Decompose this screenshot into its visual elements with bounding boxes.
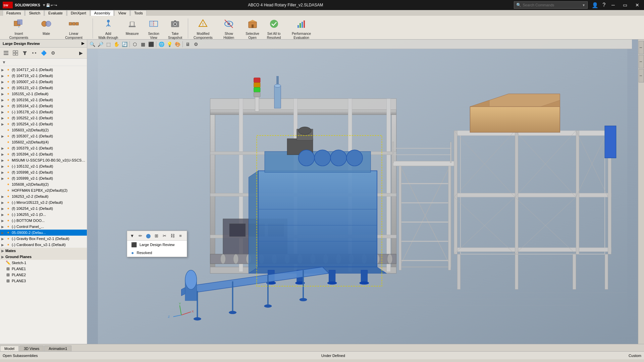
vp-render[interactable]: 🎨 xyxy=(174,41,181,48)
tab-sketch[interactable]: Sketch xyxy=(25,10,44,16)
take-snapshot-button[interactable]: TakeSnapshot xyxy=(165,17,185,40)
ctx-link[interactable]: ⛓ xyxy=(169,232,176,239)
svg-point-176 xyxy=(274,84,281,87)
panel-tool-filter[interactable] xyxy=(21,49,29,57)
vp-fullscreen[interactable]: 🖥 xyxy=(184,41,192,48)
tree-item-105123[interactable]: ▶ 🔸 (f) 105123_v2-1 (Default) xyxy=(0,85,87,91)
ctx-cut[interactable]: ✂ xyxy=(161,232,168,239)
vp-view-orientation[interactable]: 🌐 xyxy=(158,41,165,48)
measure-button[interactable]: Measure xyxy=(122,17,142,40)
ctx-resolved[interactable]: ● Resolved xyxy=(127,249,187,257)
tree-item-105999[interactable]: ▶ 🔸 (f) 105999_v2-1 (Default) xyxy=(0,175,87,181)
tab-features[interactable]: Features xyxy=(3,10,24,16)
minimize-button[interactable]: ─ xyxy=(609,2,617,8)
vp-shaded[interactable]: ⬛ xyxy=(147,41,155,48)
tree-item-105307[interactable]: ▶ 🔸 (f) 105307_v2-1 (Default) xyxy=(0,133,87,139)
search-bar[interactable]: 🔍 ▼ xyxy=(514,1,588,9)
tree-item-bottom-door[interactable]: ▶ 🔸 (-) BOTTOM DOO... xyxy=(0,218,87,224)
tree-item-105178[interactable]: ▶ 🔸 (-) 105178_v2-1 (Default) xyxy=(0,109,87,115)
vp-wireframe[interactable]: ▦ xyxy=(139,41,147,48)
tree-item-105164[interactable]: ▶ 🔸 (f) 105164_v2-1 (Default) xyxy=(0,103,87,109)
tree-item-104717[interactable]: ▶ 🔸 (f) 104717_v2-1 (Default) xyxy=(0,67,87,73)
restore-button[interactable]: ▭ xyxy=(621,2,629,8)
mates-section[interactable]: ▶ Mates xyxy=(0,248,87,254)
tree-item-106254[interactable]: ▶ 🔸 (f) 106254_v2-1 (Default) xyxy=(0,205,87,212)
ctx-edit[interactable]: ✏ xyxy=(137,232,144,239)
panel-tool-more1[interactable] xyxy=(30,49,38,57)
tree-item-105254[interactable]: ▶ 🔸 (f) 105254_v2-1 (Default) xyxy=(0,121,87,127)
tree-item-control-panel[interactable]: ▶ 🔸 (-) Control Panel_... xyxy=(0,224,87,230)
tree-item-105252[interactable]: ▶ 🔸 (f) 105252_v2-1 (Default) xyxy=(0,115,87,121)
right-btn-2[interactable]: | xyxy=(639,55,644,68)
tree-item-105608[interactable]: 🔸 105608_v2(Default)(2) xyxy=(0,181,87,187)
tree-item-105602[interactable]: 🔸 105602_v2(Default)(4) xyxy=(0,139,87,145)
insert-components-button[interactable]: + Insert Components xyxy=(3,17,35,40)
vp-pan[interactable]: ✋ xyxy=(113,41,120,48)
tab-model[interactable]: Model xyxy=(0,346,19,351)
tree-container[interactable]: ▶ 🔸 (f) 104717_v2-1 (Default) ▶ 🔸 (f) 10… xyxy=(0,66,87,344)
vp-zoom-box[interactable]: ⬚ xyxy=(105,41,112,48)
tree-item-sketch1[interactable]: ✏️ Sketch-1 xyxy=(0,260,87,266)
panel-expand-arrow[interactable]: ▶ xyxy=(82,41,84,46)
tree-item-cardboard[interactable]: ▶ 🔸 (-) Cardboard Box_v2-1 (Default) xyxy=(0,242,87,248)
ctx-list[interactable]: ≡ xyxy=(177,232,184,239)
set-all-resolved-button[interactable]: Set All toResolved xyxy=(264,17,284,40)
panel-tool-list[interactable] xyxy=(2,49,10,57)
tree-item-105132[interactable]: ▶ 🔸 (-) 105132_v2-1 (Default) xyxy=(0,163,87,169)
performance-eval-button[interactable]: Performance Evaluation xyxy=(285,17,318,40)
tree-item-plane2[interactable]: ⊞ PLANE2 xyxy=(0,272,87,278)
tree-item-gravity-box[interactable]: ▶ 🔸 (-) Gravity Box Feed_v2-1 (Default) xyxy=(0,236,87,242)
tree-item-misumi[interactable]: ▶ 🔸 MISUMI U-SSCSP1.00-B0.50_v2(U-SSCSP(… xyxy=(0,157,87,163)
ground-planes-section[interactable]: ▶ Ground Planes xyxy=(0,254,87,260)
tree-item-105394[interactable]: ▶ 🔸 (f) 105394_v2-1 (Default) xyxy=(0,151,87,157)
vp-display-style[interactable]: ⬡ xyxy=(131,41,139,48)
ctx-dropdown[interactable]: ▼ xyxy=(128,232,136,239)
tree-item-plane1[interactable]: ⊞ PLANE1 xyxy=(0,266,87,272)
panel-tool-table[interactable] xyxy=(11,49,19,57)
tree-item-104719[interactable]: ▶ 🔸 (f) 104719_v2-1 (Default) xyxy=(0,73,87,79)
selective-open-button[interactable]: SelectiveOpen xyxy=(243,17,263,40)
ctx-large-design-review[interactable]: ⬛ Large Design Review xyxy=(127,241,187,249)
vp-zoom-fit[interactable]: 🔍 xyxy=(89,41,96,48)
mate-button[interactable]: Mate xyxy=(36,17,56,40)
tab-assembly[interactable]: Assembly xyxy=(91,10,114,16)
viewport[interactable]: 🔍 🔎 ⬚ ✋ 🔄 ⬡ ▦ ⬛ 🌐 💡 🎨 🖥 ⚙ xyxy=(87,40,638,344)
tree-item-mirror105123[interactable]: ▶ 🔸 (-) Mirror105123_v2-2 (Default) xyxy=(0,199,87,205)
tree-item-106255[interactable]: ▶ 🔸 (-) 106255_v2-1 (D... xyxy=(0,212,87,218)
tree-item-plane3[interactable]: ⊞ PLANE3 xyxy=(0,278,87,284)
ctx-add[interactable]: ⊞ xyxy=(153,232,160,239)
tree-item-105007[interactable]: ▶ 🔸 (f) 105007_v2-1 (Default) xyxy=(0,79,87,85)
close-button[interactable]: ✕ xyxy=(633,2,641,8)
vp-settings[interactable]: ⚙ xyxy=(192,41,200,48)
tree-item-105379[interactable]: ▶ 🔸 (f) 105379_v2-1 (Default) xyxy=(0,145,87,151)
right-btn-3[interactable]: | xyxy=(639,69,644,82)
tree-item-105603[interactable]: 🔸 105603_v2(Default)(2) xyxy=(0,127,87,133)
vp-zoom-region[interactable]: 🔎 xyxy=(97,41,104,48)
vp-rotate[interactable]: 🔄 xyxy=(121,41,128,48)
section-view-button[interactable]: SectionView xyxy=(144,17,164,40)
tab-view[interactable]: View xyxy=(114,10,130,16)
tab-3d-views[interactable]: 3D Views xyxy=(19,346,44,351)
linear-pattern-button[interactable]: Linear Component Pattern xyxy=(58,17,90,40)
panel-tool-more2[interactable]: 🔷 xyxy=(40,49,48,57)
panel-collapse[interactable]: ▶ xyxy=(77,49,85,57)
tree-item-106253[interactable]: ▶ 🔸 106253_v2-2 (Default) xyxy=(0,193,87,199)
modified-components-button[interactable]: ! ModifiedComponents xyxy=(191,17,215,40)
tab-tools[interactable]: Tools xyxy=(130,10,147,16)
ctx-color[interactable]: ⬤ xyxy=(145,232,152,239)
show-hidden-button[interactable]: ShowHiddenComponents xyxy=(217,17,241,40)
tree-item-105155[interactable]: ▶ 🔸 105155_v2-1 (Default) xyxy=(0,91,87,97)
tree-item-105998[interactable]: ▶ 🔸 (f) 105998_v2-1 (Default) xyxy=(0,169,87,175)
add-walkthrough-button[interactable]: AddWalk-through xyxy=(96,17,121,40)
tree-item-105156[interactable]: ▶ 🔸 (f) 105156_v2-1 (Default) xyxy=(0,97,87,103)
tree-item-hoffman[interactable]: 🔸 HOFFMAN E1PBX_v2(Default)(2) xyxy=(0,187,87,193)
search-input[interactable] xyxy=(523,3,581,7)
tree-item-05-09000[interactable]: ▶ 🔸 05-09000-2 (Defau... xyxy=(0,230,87,236)
right-btn-1[interactable]: | xyxy=(639,41,644,54)
tab-animation1[interactable]: Animation1 xyxy=(44,346,71,351)
section-view-label: SectionView xyxy=(148,32,159,40)
panel-tool-more3[interactable]: ⚙ xyxy=(49,49,57,57)
tab-dimxpert[interactable]: DimXpert xyxy=(67,10,90,16)
vp-scene[interactable]: 💡 xyxy=(166,41,173,48)
tab-evaluate[interactable]: Evaluate xyxy=(45,10,66,16)
